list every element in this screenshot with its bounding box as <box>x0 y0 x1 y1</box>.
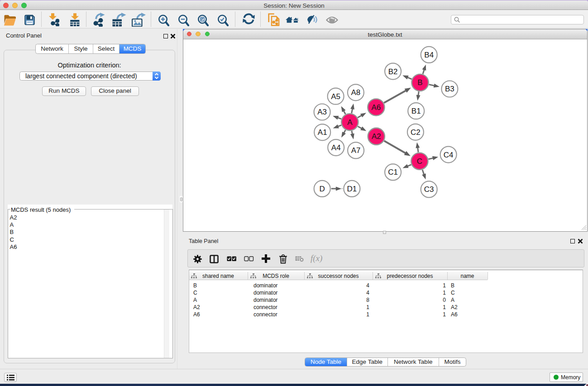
svg-text:A1: A1 <box>317 128 327 137</box>
svg-text:A5: A5 <box>331 92 340 101</box>
svg-text:A3: A3 <box>317 108 327 116</box>
svg-text:B4: B4 <box>424 51 434 59</box>
svg-text:D1: D1 <box>347 185 357 193</box>
svg-text:C: C <box>416 157 422 166</box>
svg-text:A6: A6 <box>371 103 381 112</box>
svg-text:C4: C4 <box>443 151 453 159</box>
svg-text:C3: C3 <box>424 185 434 194</box>
svg-text:A7: A7 <box>351 146 360 155</box>
svg-text:B3: B3 <box>445 85 454 93</box>
svg-text:B2: B2 <box>388 67 397 76</box>
svg-text:B: B <box>417 78 422 87</box>
svg-text:C2: C2 <box>411 128 421 137</box>
svg-text:C1: C1 <box>388 168 398 176</box>
svg-text:A2: A2 <box>371 132 381 141</box>
svg-text:A: A <box>347 118 353 127</box>
svg-text:A4: A4 <box>331 143 340 152</box>
svg-text:D: D <box>319 185 325 193</box>
svg-text:B1: B1 <box>411 107 421 115</box>
svg-text:A8: A8 <box>351 88 360 97</box>
